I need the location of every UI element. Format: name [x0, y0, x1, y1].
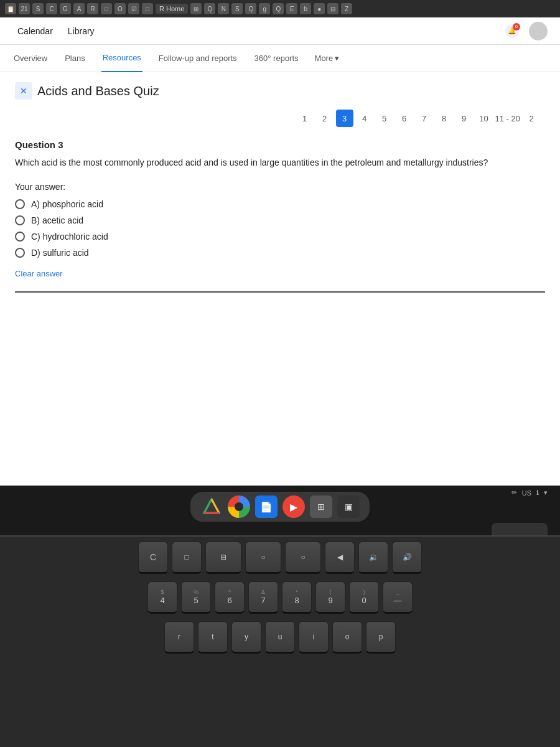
radio-d[interactable] [15, 248, 25, 258]
radio-b[interactable] [15, 215, 25, 225]
key-star-8[interactable]: * 8 [282, 581, 312, 614]
radio-c[interactable] [15, 232, 25, 242]
keyboard-row-symbols: $ 4 % 5 ^ 6 & 7 * 8 ( 9 [0, 576, 560, 614]
key-paren-9[interactable]: ( 9 [315, 581, 345, 614]
sys-icon-doc[interactable]: □ [142, 3, 153, 14]
dock: 📄 ▶ ⊞ ▣ [190, 492, 370, 522]
key-r[interactable]: r [164, 621, 194, 654]
calendar-nav[interactable]: Calendar [12, 24, 58, 39]
sys-icon-q1[interactable]: Q [204, 3, 215, 14]
key-dash[interactable]: _ — [383, 581, 413, 614]
key-p[interactable]: p [366, 621, 396, 654]
google-drive-icon[interactable] [200, 496, 223, 518]
sys-icon-s[interactable]: S [32, 3, 44, 14]
key-circle-sm[interactable]: ○ [245, 542, 281, 574]
sys-icon-circle[interactable]: ● [314, 3, 325, 14]
sys-icon-n[interactable]: N [218, 3, 229, 14]
info-icon: ℹ [536, 489, 539, 497]
sys-icon-1[interactable]: 📋 [5, 3, 16, 14]
sys-icon-box[interactable]: □ [101, 3, 112, 14]
key-vol-right[interactable]: 🔊 [392, 542, 422, 574]
files-icon[interactable]: 📄 [255, 496, 278, 518]
top-nav: Calendar Library 🔔 6 [0, 17, 560, 45]
page-10[interactable]: 10 [475, 110, 493, 127]
camera-icon[interactable]: ▣ [337, 496, 360, 518]
key-dbl-square[interactable]: ⊟ [205, 542, 241, 574]
clear-answer-link[interactable]: Clear answer [15, 269, 63, 278]
page-9[interactable]: 9 [455, 110, 473, 127]
page-6[interactable]: 6 [396, 110, 413, 127]
notification-bell[interactable]: 🔔 6 [505, 24, 519, 38]
screencast-icon[interactable]: ⊞ [310, 496, 332, 518]
key-dollar-4[interactable]: $ 4 [147, 581, 177, 614]
sys-icon-q2[interactable]: Q [245, 3, 256, 14]
key-amp-7[interactable]: & 7 [248, 581, 278, 614]
page-8[interactable]: 8 [436, 110, 453, 127]
key-u[interactable]: u [265, 621, 295, 654]
bottom-divider [15, 291, 545, 293]
subnav-360[interactable]: 360° reports [253, 45, 300, 72]
svg-marker-1 [204, 499, 219, 513]
page-title-bar: ✕ Acids and Bases Quiz [15, 82, 545, 100]
page-4[interactable]: 4 [356, 110, 373, 127]
sys-icon-e[interactable]: E [286, 3, 297, 14]
status-bar-bottom: ✏ US ℹ ▾ [511, 489, 548, 497]
chrome-icon[interactable] [228, 496, 250, 518]
option-c-text: C) hydrochloric acid [31, 232, 108, 242]
key-caret-6[interactable]: ^ 6 [215, 581, 245, 614]
sys-icon-o[interactable]: O [114, 3, 126, 14]
option-a[interactable]: A) phosphoric acid [15, 199, 545, 209]
key-vol-down[interactable]: 🔉 [358, 542, 388, 574]
sys-icon-a[interactable]: A [73, 3, 85, 14]
sys-icon-grid2[interactable]: ⊟ [327, 3, 338, 14]
sys-icon-m[interactable]: ☑ [128, 3, 139, 14]
title-icon-symbol: ✕ [20, 86, 27, 96]
options-list: A) phosphoric acid B) acetic acid C) hyd… [15, 199, 545, 258]
home-button[interactable]: R Home [156, 4, 188, 14]
more-dropdown[interactable]: More ▾ [315, 54, 340, 63]
key-percent-5[interactable]: % 5 [181, 581, 211, 614]
subnav-resources[interactable]: Resources [101, 45, 142, 72]
page-3-active[interactable]: 3 [336, 110, 353, 127]
key-i[interactable]: i [299, 621, 329, 654]
user-avatar[interactable] [529, 22, 548, 40]
sys-icon-c[interactable]: C [46, 3, 57, 14]
key-y[interactable]: y [231, 621, 261, 654]
subnav-overview[interactable]: Overview [12, 45, 49, 72]
option-b[interactable]: B) acetic acid [15, 215, 545, 225]
sys-icon-b[interactable]: b [300, 3, 311, 14]
option-d-text: D) sulfuric acid [31, 248, 89, 258]
page-7[interactable]: 7 [416, 110, 433, 127]
radio-a[interactable] [15, 199, 25, 209]
play-icon[interactable]: ▶ [282, 496, 305, 518]
key-t[interactable]: t [198, 621, 228, 654]
option-c[interactable]: C) hydrochloric acid [15, 232, 545, 242]
sub-nav: Overview Plans Resources Follow-up and r… [0, 45, 560, 72]
page-5[interactable]: 5 [376, 110, 393, 127]
sys-icon-z[interactable]: Z [341, 3, 352, 14]
option-d[interactable]: D) sulfuric acid [15, 248, 545, 258]
page-1[interactable]: 1 [296, 110, 314, 127]
option-a-text: A) phosphoric acid [31, 199, 103, 209]
page-range[interactable]: 11 - 20 [495, 114, 520, 123]
subnav-plans[interactable]: Plans [63, 45, 86, 72]
taskbar-area: 📄 ▶ ⊞ ▣ ✏ US ℹ ▾ C □ ⊟ ○ ○ ◀ 🔉 [0, 486, 560, 747]
page-2[interactable]: 2 [316, 110, 334, 127]
key-square[interactable]: □ [172, 542, 202, 574]
key-o[interactable]: o [332, 621, 362, 654]
key-back[interactable]: ◀ [325, 542, 355, 574]
key-circle-search[interactable]: ○ [285, 542, 321, 574]
library-nav[interactable]: Library [63, 24, 100, 39]
sys-icon-grid[interactable]: ⊞ [190, 3, 202, 14]
page-last[interactable]: 2 [523, 110, 540, 127]
sys-icon-2[interactable]: 21 [19, 3, 30, 14]
sys-icon-g[interactable]: G [60, 3, 71, 14]
subnav-followup[interactable]: Follow-up and reports [157, 45, 238, 72]
sys-icon-q3[interactable]: Q [273, 3, 284, 14]
sys-icon-s2[interactable]: S [231, 3, 243, 14]
key-c[interactable]: C [138, 542, 168, 574]
key-paren-0[interactable]: ) 0 [349, 581, 379, 614]
sys-icon-g2[interactable]: g [259, 3, 270, 14]
chevron-down-icon: ▾ [335, 54, 339, 63]
sys-icon-r[interactable]: R [87, 3, 98, 14]
